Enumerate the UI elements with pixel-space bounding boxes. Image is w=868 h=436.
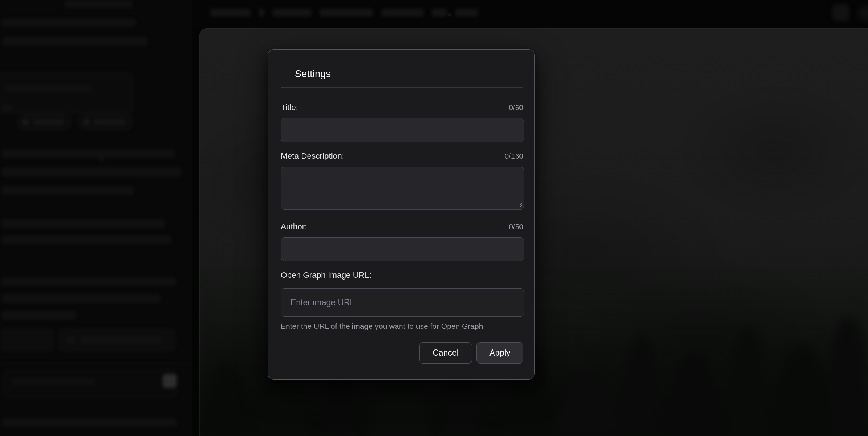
og-image-helper-text: Enter the URL of the image you want to u… xyxy=(281,322,523,331)
author-input[interactable] xyxy=(281,237,524,261)
settings-dialog: Settings Title: 0/60 Meta Description: 0… xyxy=(268,49,535,380)
cancel-button[interactable]: Cancel xyxy=(419,342,472,364)
meta-description-char-counter: 0/160 xyxy=(504,152,523,160)
divider xyxy=(281,87,523,88)
title-char-counter: 0/60 xyxy=(509,103,523,112)
author-char-counter: 0/50 xyxy=(509,222,523,231)
title-input[interactable] xyxy=(281,118,524,142)
og-image-url-label: Open Graph Image URL: xyxy=(281,271,371,280)
dialog-title: Settings xyxy=(295,68,523,80)
meta-description-textarea[interactable] xyxy=(281,167,524,210)
author-label: Author: xyxy=(281,222,307,231)
og-image-url-input[interactable] xyxy=(281,288,524,317)
apply-button[interactable]: Apply xyxy=(476,342,523,364)
app-window: × xyxy=(0,0,868,436)
title-label: Title: xyxy=(281,103,298,112)
meta-description-label: Meta Description: xyxy=(281,151,344,161)
